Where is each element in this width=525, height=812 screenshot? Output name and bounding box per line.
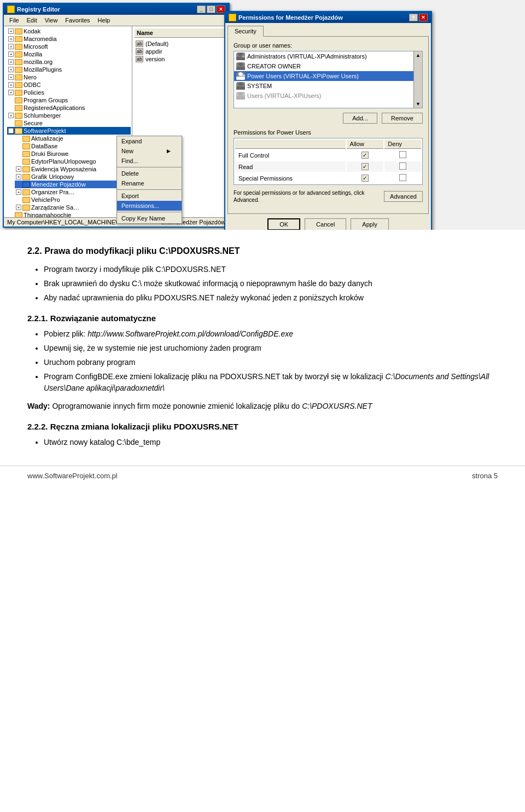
allow-full-control[interactable] [347, 150, 384, 160]
checkbox-allow-read[interactable] [361, 163, 369, 170]
expand-schlumberger[interactable]: + [8, 113, 14, 118]
minimize-button[interactable]: _ [197, 5, 206, 13]
user-power-users[interactable]: Power Users (VIRTUAL-XP\Power Users) [234, 71, 413, 81]
tree-item-mozilla-org[interactable]: + mozilla.org [7, 58, 131, 66]
user-creator-owner[interactable]: CREATOR OWNER [234, 61, 413, 71]
context-rename[interactable]: Rename [117, 178, 182, 188]
deny-full-control[interactable] [384, 150, 421, 160]
folder-icon [22, 174, 30, 180]
footer-right: strona 5 [472, 472, 498, 480]
checkbox-deny-read[interactable] [399, 163, 406, 170]
checkbox-allow-special[interactable] [361, 175, 369, 182]
svg-rect-3 [242, 56, 244, 57]
context-copy-key-name[interactable]: Copy Key Name [117, 213, 182, 223]
tree-item-registered-apps[interactable]: RegisteredApplications [7, 104, 131, 112]
apply-button[interactable]: Apply [351, 218, 389, 230]
checkbox-deny-full-control[interactable] [399, 151, 406, 158]
tree-item-program-groups[interactable]: Program Groups [7, 96, 131, 104]
expand-grafik[interactable]: + [16, 174, 21, 179]
expand-microsoft[interactable]: + [8, 44, 14, 49]
tree-item-grafik[interactable]: + Grafik Urlopowy [15, 173, 131, 181]
user-users[interactable]: Users (VIRTUAL-XP\Users) [234, 91, 413, 101]
maximize-button[interactable]: □ [207, 5, 215, 13]
user-system[interactable]: SYSTEM [234, 81, 413, 91]
reg-entry-appdir[interactable]: ab appdir [135, 48, 226, 55]
context-export[interactable]: Export [117, 191, 182, 201]
add-button[interactable]: Add... [343, 113, 377, 124]
menu-edit[interactable]: Edit [24, 16, 40, 25]
folder-icon [22, 166, 30, 172]
reg-entry-default[interactable]: ab (Default) [135, 40, 226, 48]
remove-button[interactable]: Remove [382, 113, 423, 124]
advanced-button[interactable]: Advanced [384, 191, 423, 202]
scrollbar-up[interactable]: ▲ [416, 53, 421, 58]
tree-item-aktualizacje[interactable]: Aktualizacje [15, 135, 131, 142]
allow-read[interactable] [347, 161, 384, 172]
tree-item-edytor[interactable]: EdytorPlanuUrlopowego [15, 158, 131, 165]
tree-item-schlumberger[interactable]: + Schlumberger [7, 112, 131, 119]
expand-zarzadzanie[interactable]: + [16, 205, 21, 210]
tree-item-microsoft[interactable]: + Microsoft [7, 43, 131, 50]
checkbox-deny-special[interactable] [399, 174, 406, 181]
tree-item-organizer[interactable]: + Organizer Pra… [15, 188, 131, 196]
ok-button[interactable]: OK [267, 218, 300, 230]
expand-nero[interactable]: + [8, 74, 14, 80]
reg-entry-version[interactable]: ab version [135, 55, 226, 63]
context-new[interactable]: New ▶ [117, 146, 182, 156]
expand-macromedia[interactable]: + [8, 36, 14, 42]
tree-item-kodak[interactable]: + Kodak [7, 27, 131, 35]
menu-view[interactable]: View [42, 16, 61, 25]
menu-favorites[interactable]: Favorites [62, 16, 93, 25]
expand-policies[interactable]: + [8, 90, 14, 95]
tree-item-menedzer[interactable]: Menedżer Pojazdów [15, 181, 131, 188]
context-delete[interactable]: Delete [117, 169, 182, 178]
tree-item-odbc[interactable]: + ODBC [7, 81, 131, 89]
deny-special[interactable] [384, 173, 421, 183]
bullet-1-3: Aby nadać uprawnienia do pliku PDOXUSRS.… [44, 292, 498, 304]
tree-item-ewidencja[interactable]: + Ewidencja Wyposażenia [15, 165, 131, 173]
tree-item-zarzadzanie[interactable]: + Zarządzanie Sa… [15, 204, 131, 211]
user-administrators[interactable]: Administrators (VIRTUAL-XP\Administrator… [234, 51, 413, 61]
menu-help[interactable]: Help [95, 16, 114, 25]
tree-item-nero[interactable]: + Nero [7, 73, 131, 81]
perm-table-label: Permissions for Power Users [234, 129, 423, 136]
perm-close-button[interactable]: ✕ [419, 14, 428, 21]
tree-item-macromedia[interactable]: + Macromedia [7, 35, 131, 43]
context-permissions[interactable]: Permissions... [117, 201, 182, 211]
expand-mozillaplugins[interactable]: + [8, 67, 14, 72]
folder-icon [22, 197, 30, 203]
tree-item-database[interactable]: DataBase [15, 142, 131, 150]
tree-item-softwareprojekt[interactable]: - SoftwareProjekt [7, 127, 131, 135]
expand-kodak[interactable]: + [8, 28, 14, 34]
tree-item-secure[interactable]: Secure [7, 119, 131, 127]
context-find[interactable]: Find... [117, 156, 182, 166]
allow-special[interactable] [347, 173, 384, 183]
scrollbar-down[interactable]: ▼ [416, 101, 421, 107]
expand-mozilla[interactable]: + [8, 51, 14, 57]
menu-file[interactable]: File [6, 16, 22, 25]
perm-help-button[interactable]: ? [409, 14, 418, 21]
expand-softwareprojekt[interactable]: - [8, 128, 14, 134]
perm-buttons-row: Add... Remove [234, 113, 423, 124]
tree-item-vehiclepro[interactable]: VehiclePro [15, 196, 131, 204]
context-expand[interactable]: Expand [117, 136, 182, 146]
expand-organizer[interactable]: + [16, 189, 21, 195]
tree-item-mozilla[interactable]: + Mozilla [7, 50, 131, 58]
checkbox-allow-full-control[interactable] [361, 152, 369, 159]
tree-item-thingamahoochie[interactable]: Thingamahoochie [7, 211, 131, 217]
tree-item-druki-biurowe[interactable]: Druki Biurowe [15, 150, 131, 158]
expand-ewidencja[interactable]: + [16, 166, 21, 172]
expand-odbc[interactable]: + [8, 82, 14, 88]
tree-pane[interactable]: + Kodak + Macromedia + Microsoft + [4, 26, 132, 217]
expand-mozilla-org[interactable]: + [8, 59, 14, 65]
bullet-2-2: Uruchom pobrany program [44, 357, 498, 368]
perm-advanced-row: For special permissions or for advanced … [234, 189, 423, 204]
folder-icon [15, 120, 22, 126]
users-listbox[interactable]: Administrators (VIRTUAL-XP\Administrator… [234, 51, 423, 108]
deny-read[interactable] [384, 161, 421, 172]
cancel-button[interactable]: Cancel [305, 218, 346, 230]
tab-security[interactable]: Security [228, 26, 264, 37]
tree-item-mozillaplugins[interactable]: + MozillaPlugins [7, 66, 131, 73]
tree-item-policies[interactable]: + Policies [7, 89, 131, 96]
separator-3 [117, 212, 182, 212]
